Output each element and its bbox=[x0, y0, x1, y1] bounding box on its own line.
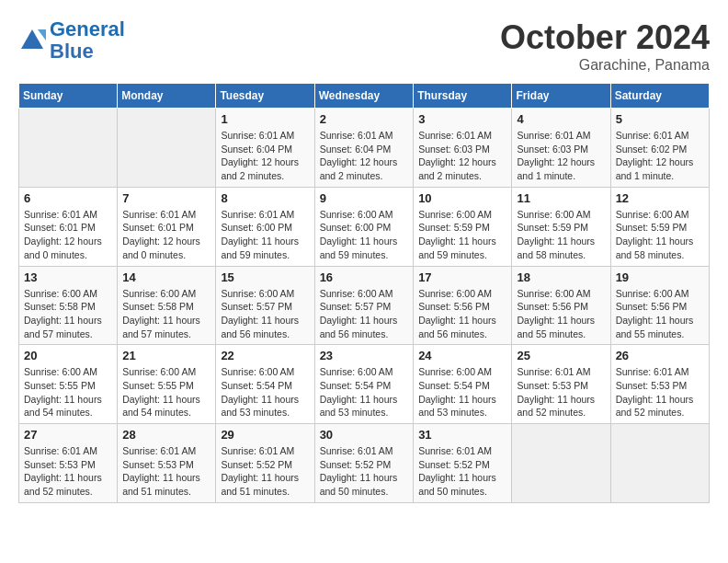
day-header-monday: Monday bbox=[118, 84, 216, 109]
week-row-4: 20Sunrise: 6:00 AM Sunset: 5:55 PM Dayli… bbox=[19, 345, 710, 424]
day-number: 20 bbox=[24, 349, 112, 362]
calendar-cell: 15Sunrise: 6:00 AM Sunset: 5:57 PM Dayli… bbox=[216, 266, 314, 345]
day-number: 17 bbox=[418, 270, 506, 284]
calendar-cell bbox=[19, 109, 118, 188]
day-info: Sunrise: 6:01 AM Sunset: 5:53 PM Dayligh… bbox=[122, 444, 210, 499]
calendar-cell: 13Sunrise: 6:00 AM Sunset: 5:58 PM Dayli… bbox=[19, 266, 118, 345]
day-number: 6 bbox=[24, 191, 112, 205]
calendar-cell bbox=[118, 109, 216, 188]
day-info: Sunrise: 6:01 AM Sunset: 5:53 PM Dayligh… bbox=[24, 444, 112, 499]
day-info: Sunrise: 6:01 AM Sunset: 5:53 PM Dayligh… bbox=[517, 365, 605, 419]
calendar-cell: 29Sunrise: 6:01 AM Sunset: 5:52 PM Dayli… bbox=[216, 424, 314, 503]
day-number: 12 bbox=[616, 191, 704, 205]
day-info: Sunrise: 6:01 AM Sunset: 6:02 PM Dayligh… bbox=[616, 129, 704, 183]
day-number: 30 bbox=[320, 428, 409, 442]
calendar-cell: 25Sunrise: 6:01 AM Sunset: 5:53 PM Dayli… bbox=[512, 345, 610, 424]
day-info: Sunrise: 6:00 AM Sunset: 6:00 PM Dayligh… bbox=[320, 208, 409, 262]
day-number: 24 bbox=[418, 349, 506, 362]
day-info: Sunrise: 6:00 AM Sunset: 5:55 PM Dayligh… bbox=[24, 365, 112, 419]
day-info: Sunrise: 6:01 AM Sunset: 5:52 PM Dayligh… bbox=[320, 444, 409, 499]
day-info: Sunrise: 6:00 AM Sunset: 5:56 PM Dayligh… bbox=[418, 287, 506, 341]
day-info: Sunrise: 6:00 AM Sunset: 5:54 PM Dayligh… bbox=[221, 365, 309, 419]
calendar-cell: 24Sunrise: 6:00 AM Sunset: 5:54 PM Dayli… bbox=[414, 345, 512, 424]
day-number: 14 bbox=[122, 270, 210, 284]
day-number: 25 bbox=[517, 349, 605, 362]
calendar-cell: 20Sunrise: 6:00 AM Sunset: 5:55 PM Dayli… bbox=[19, 345, 118, 424]
calendar-cell: 21Sunrise: 6:00 AM Sunset: 5:55 PM Dayli… bbox=[118, 345, 216, 424]
day-number: 19 bbox=[616, 270, 704, 284]
calendar-cell: 1Sunrise: 6:01 AM Sunset: 6:04 PM Daylig… bbox=[216, 109, 314, 188]
calendar-cell: 26Sunrise: 6:01 AM Sunset: 5:53 PM Dayli… bbox=[610, 345, 709, 424]
logo-text: General Blue bbox=[50, 18, 125, 63]
calendar-cell: 16Sunrise: 6:00 AM Sunset: 5:57 PM Dayli… bbox=[314, 266, 414, 345]
day-number: 8 bbox=[221, 191, 309, 205]
day-number: 29 bbox=[221, 428, 309, 442]
calendar-cell: 28Sunrise: 6:01 AM Sunset: 5:53 PM Dayli… bbox=[118, 424, 216, 503]
calendar-table: SundayMondayTuesdayWednesdayThursdayFrid… bbox=[18, 83, 710, 503]
week-row-5: 27Sunrise: 6:01 AM Sunset: 5:53 PM Dayli… bbox=[19, 424, 710, 503]
calendar-cell: 19Sunrise: 6:00 AM Sunset: 5:56 PM Dayli… bbox=[610, 266, 709, 345]
day-info: Sunrise: 6:00 AM Sunset: 5:54 PM Dayligh… bbox=[418, 365, 506, 419]
day-info: Sunrise: 6:00 AM Sunset: 5:57 PM Dayligh… bbox=[221, 287, 309, 341]
calendar-cell: 12Sunrise: 6:00 AM Sunset: 5:59 PM Dayli… bbox=[610, 187, 709, 266]
week-row-3: 13Sunrise: 6:00 AM Sunset: 5:58 PM Dayli… bbox=[19, 266, 710, 345]
calendar-cell: 6Sunrise: 6:01 AM Sunset: 6:01 PM Daylig… bbox=[19, 187, 118, 266]
day-info: Sunrise: 6:00 AM Sunset: 5:59 PM Dayligh… bbox=[517, 208, 605, 262]
day-info: Sunrise: 6:00 AM Sunset: 5:58 PM Dayligh… bbox=[122, 287, 210, 341]
calendar-cell: 5Sunrise: 6:01 AM Sunset: 6:02 PM Daylig… bbox=[610, 109, 709, 188]
calendar-cell: 18Sunrise: 6:00 AM Sunset: 5:56 PM Dayli… bbox=[512, 266, 610, 345]
day-number: 1 bbox=[221, 112, 309, 126]
location-subtitle: Garachine, Panama bbox=[500, 57, 710, 74]
day-number: 5 bbox=[616, 112, 704, 126]
day-info: Sunrise: 6:00 AM Sunset: 5:54 PM Dayligh… bbox=[320, 365, 409, 419]
calendar-cell: 2Sunrise: 6:01 AM Sunset: 6:04 PM Daylig… bbox=[314, 109, 414, 188]
day-info: Sunrise: 6:00 AM Sunset: 5:59 PM Dayligh… bbox=[418, 208, 506, 262]
day-info: Sunrise: 6:01 AM Sunset: 6:03 PM Dayligh… bbox=[517, 129, 605, 183]
calendar-cell: 4Sunrise: 6:01 AM Sunset: 6:03 PM Daylig… bbox=[512, 109, 610, 188]
day-header-saturday: Saturday bbox=[610, 84, 709, 109]
day-number: 13 bbox=[24, 270, 112, 284]
day-info: Sunrise: 6:00 AM Sunset: 5:58 PM Dayligh… bbox=[24, 287, 112, 341]
calendar-cell: 11Sunrise: 6:00 AM Sunset: 5:59 PM Dayli… bbox=[512, 187, 610, 266]
calendar-cell: 17Sunrise: 6:00 AM Sunset: 5:56 PM Dayli… bbox=[414, 266, 512, 345]
day-info: Sunrise: 6:00 AM Sunset: 5:56 PM Dayligh… bbox=[616, 287, 704, 341]
calendar-cell: 22Sunrise: 6:00 AM Sunset: 5:54 PM Dayli… bbox=[216, 345, 314, 424]
day-info: Sunrise: 6:01 AM Sunset: 6:04 PM Dayligh… bbox=[320, 129, 409, 183]
month-title: October 2024 bbox=[500, 18, 710, 57]
day-header-sunday: Sunday bbox=[19, 84, 118, 109]
calendar-cell: 7Sunrise: 6:01 AM Sunset: 6:01 PM Daylig… bbox=[118, 187, 216, 266]
logo: General Blue bbox=[18, 18, 125, 63]
day-number: 26 bbox=[616, 349, 704, 362]
day-header-thursday: Thursday bbox=[414, 84, 512, 109]
day-info: Sunrise: 6:01 AM Sunset: 6:03 PM Dayligh… bbox=[418, 129, 506, 183]
week-row-1: 1Sunrise: 6:01 AM Sunset: 6:04 PM Daylig… bbox=[19, 109, 710, 188]
day-header-friday: Friday bbox=[512, 84, 610, 109]
calendar-cell: 23Sunrise: 6:00 AM Sunset: 5:54 PM Dayli… bbox=[314, 345, 414, 424]
calendar-cell bbox=[610, 424, 709, 503]
day-info: Sunrise: 6:01 AM Sunset: 5:52 PM Dayligh… bbox=[418, 444, 506, 499]
calendar-cell bbox=[512, 424, 610, 503]
calendar-cell: 14Sunrise: 6:00 AM Sunset: 5:58 PM Dayli… bbox=[118, 266, 216, 345]
day-number: 10 bbox=[418, 191, 506, 205]
day-number: 27 bbox=[24, 428, 112, 442]
day-number: 18 bbox=[517, 270, 605, 284]
calendar-cell: 3Sunrise: 6:01 AM Sunset: 6:03 PM Daylig… bbox=[414, 109, 512, 188]
day-number: 7 bbox=[122, 191, 210, 205]
day-info: Sunrise: 6:00 AM Sunset: 5:55 PM Dayligh… bbox=[122, 365, 210, 419]
day-info: Sunrise: 6:01 AM Sunset: 5:53 PM Dayligh… bbox=[616, 365, 704, 419]
day-number: 22 bbox=[221, 349, 309, 362]
day-number: 16 bbox=[320, 270, 409, 284]
day-number: 3 bbox=[418, 112, 506, 126]
calendar-cell: 9Sunrise: 6:00 AM Sunset: 6:00 PM Daylig… bbox=[314, 187, 414, 266]
calendar-cell: 30Sunrise: 6:01 AM Sunset: 5:52 PM Dayli… bbox=[314, 424, 414, 503]
calendar-cell: 27Sunrise: 6:01 AM Sunset: 5:53 PM Dayli… bbox=[19, 424, 118, 503]
day-info: Sunrise: 6:00 AM Sunset: 5:59 PM Dayligh… bbox=[616, 208, 704, 262]
day-number: 9 bbox=[320, 191, 409, 205]
page-header: General Blue October 2024 Garachine, Pan… bbox=[18, 18, 710, 74]
day-header-wednesday: Wednesday bbox=[314, 84, 414, 109]
day-number: 28 bbox=[122, 428, 210, 442]
calendar-cell: 10Sunrise: 6:00 AM Sunset: 5:59 PM Dayli… bbox=[414, 187, 512, 266]
day-number: 15 bbox=[221, 270, 309, 284]
week-row-2: 6Sunrise: 6:01 AM Sunset: 6:01 PM Daylig… bbox=[19, 187, 710, 266]
calendar-cell: 8Sunrise: 6:01 AM Sunset: 6:00 PM Daylig… bbox=[216, 187, 314, 266]
